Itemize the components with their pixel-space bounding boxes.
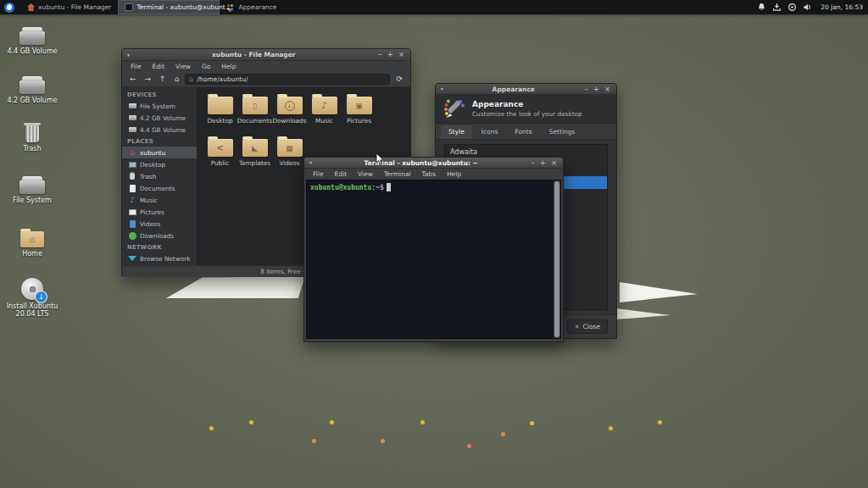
notifications-icon[interactable]: [757, 3, 766, 12]
minimize-button[interactable]: –: [584, 86, 589, 93]
terminal-menu-help[interactable]: Help: [442, 169, 466, 179]
back-icon[interactable]: ←: [127, 75, 139, 84]
tab-settings[interactable]: Settings: [542, 125, 583, 139]
sidebar-item-4-4-gb-volume[interactable]: 4.4 GB Volume: [122, 124, 197, 136]
tab-style[interactable]: Style: [441, 125, 472, 139]
folder-templates[interactable]: Templates: [237, 136, 272, 179]
sidebar-item-file-system[interactable]: File System: [122, 100, 197, 112]
folder-public[interactable]: Public: [203, 136, 237, 179]
terminal-scrollbar[interactable]: [554, 180, 560, 338]
terminal-menu-file[interactable]: File: [308, 169, 329, 179]
desktop-icon-4-2-gb-volume[interactable]: 4.2 GB Volume: [5, 75, 59, 104]
forward-icon[interactable]: →: [142, 75, 154, 84]
sidebar-item-downloads[interactable]: Downloads: [122, 230, 197, 241]
appearance-header: Appearance Customize the look of your de…: [436, 95, 616, 124]
home-icon[interactable]: ⌂: [172, 75, 182, 84]
updates-icon[interactable]: [772, 3, 782, 12]
sidebar-item-trash[interactable]: Trash: [122, 170, 197, 182]
terminal-menu-tabs[interactable]: Tabs: [417, 169, 442, 179]
share-emblem-icon: [208, 139, 233, 157]
folder-videos[interactable]: Videos: [272, 136, 307, 179]
terminal-menu-terminal[interactable]: Terminal: [379, 169, 416, 179]
current-path: /home/xubuntu/: [197, 75, 248, 83]
photo-emblem-icon: [347, 97, 372, 114]
terminal-menu-view[interactable]: View: [353, 169, 378, 179]
maximize-button[interactable]: +: [593, 86, 600, 93]
fm-menu-help[interactable]: Help: [216, 62, 241, 71]
minimize-button[interactable]: –: [378, 51, 383, 58]
taskbar-button-terminal[interactable]: Terminal - xubuntu@xubunt...: [118, 0, 220, 14]
terminal-titlebar[interactable]: ▾ Terminal - xubuntu@xubuntu: ~ – + ×: [304, 158, 563, 169]
sidebar-item-music[interactable]: Music: [122, 194, 197, 206]
minimize-button[interactable]: –: [531, 159, 536, 167]
folder-documents[interactable]: Documents: [237, 94, 272, 136]
terminal-menu-edit[interactable]: Edit: [330, 169, 353, 179]
desktop-icon-4-4-gb-volume[interactable]: 4.4 GB Volume: [5, 25, 59, 55]
sidebar-item-label: Videos: [140, 220, 160, 228]
wallpaper-shape: [620, 282, 698, 302]
close-button[interactable]: ×: [604, 86, 611, 93]
sidebar-item-desktop[interactable]: Desktop: [122, 158, 197, 170]
sidebar-item-videos[interactable]: Videos: [122, 218, 197, 230]
sidebar-item-pictures[interactable]: Pictures: [122, 206, 197, 218]
tab-fonts[interactable]: Fonts: [507, 125, 539, 139]
up-icon[interactable]: ↑: [157, 75, 169, 84]
clock[interactable]: 20 Jan, 16:53: [821, 3, 863, 11]
fm-menu-edit[interactable]: Edit: [147, 62, 170, 71]
window-menu-icon[interactable]: ▾: [309, 160, 312, 165]
sidebar-item-label: Downloads: [140, 232, 174, 240]
fm-menu-go[interactable]: Go: [197, 62, 215, 71]
sidebar-item-documents[interactable]: Documents: [122, 182, 197, 194]
status-circle-icon[interactable]: [787, 3, 797, 12]
maximize-button[interactable]: +: [539, 159, 547, 167]
folder-music[interactable]: Music: [307, 94, 342, 136]
appearance-titlebar[interactable]: ▾ Appearance – + ×: [436, 84, 616, 95]
fm-menu-view[interactable]: View: [170, 62, 196, 71]
file-manager-menubar: FileEditViewGoHelp: [122, 61, 410, 72]
desktop-icon-home[interactable]: ⌂Home: [5, 227, 59, 258]
refresh-icon[interactable]: ⟳: [393, 75, 405, 84]
taskbar-button-file-manager[interactable]: xubuntu - File Manager: [20, 0, 118, 14]
wallpaper-dot: [420, 420, 425, 424]
close-button[interactable]: ×: [398, 51, 405, 58]
folder-label: Downloads: [272, 117, 306, 125]
window-menu-icon[interactable]: ▾: [127, 53, 130, 58]
tab-icons[interactable]: Icons: [474, 125, 506, 139]
download-icon: [128, 231, 136, 240]
folder-downloads[interactable]: Downloads: [272, 94, 307, 136]
fm-menu-file[interactable]: File: [125, 62, 147, 71]
maximize-button[interactable]: +: [387, 51, 394, 58]
terminal-output[interactable]: xubuntu@xubuntu:~$: [306, 180, 561, 339]
applications-menu-icon[interactable]: [4, 3, 14, 13]
wallpaper-dot: [530, 421, 534, 425]
desktop-icon-label: Trash: [23, 145, 41, 152]
home-icon: [128, 148, 136, 157]
path-bar[interactable]: ⌂ /home/xubuntu/: [185, 74, 390, 85]
sidebar-item-4-2-gb-volume[interactable]: 4.2 GB Volume: [122, 112, 197, 124]
file-manager-icon: [27, 3, 35, 11]
folder-desktop[interactable]: Desktop: [203, 94, 237, 136]
wallpaper-dot: [249, 420, 253, 424]
sidebar-item-xubuntu[interactable]: xubuntu: [122, 147, 197, 158]
desktop-icon-label: Install Xubuntu 20.04 LTS: [5, 302, 59, 318]
appearance-tabs: StyleIconsFontsSettings: [436, 124, 616, 140]
close-x-icon: ✕: [575, 324, 580, 330]
sidebar-item-browse-network[interactable]: Browse Network: [122, 252, 197, 264]
taskbar-button-appearance[interactable]: Appearance: [220, 0, 283, 14]
volume-icon[interactable]: [803, 3, 812, 12]
close-dialog-button[interactable]: ✕ Close: [567, 319, 608, 334]
file-manager-sidebar: DEVICESFile System4.2 GB Volume4.4 GB Vo…: [122, 87, 198, 265]
folder-label: Documents: [237, 117, 273, 125]
window-menu-icon[interactable]: ▾: [441, 86, 443, 92]
desktop-icon-label: 4.4 GB Volume: [7, 47, 57, 55]
desktop-icon-trash[interactable]: Trash: [5, 123, 59, 152]
wallpaper-dot: [609, 426, 613, 430]
desktop-icon-install-xubuntu-20-04-lts[interactable]: ↓Install Xubuntu 20.04 LTS: [5, 278, 59, 318]
wallpaper-dot: [330, 420, 334, 424]
close-button[interactable]: ×: [550, 159, 558, 167]
folder-label: Templates: [239, 159, 270, 167]
folder-pictures[interactable]: Pictures: [342, 94, 376, 136]
appearance-header-title: Appearance: [472, 100, 582, 108]
file-manager-titlebar[interactable]: ▾ xubuntu - File Manager – + ×: [122, 49, 410, 61]
desktop-icon-file-system[interactable]: File System: [5, 175, 59, 204]
